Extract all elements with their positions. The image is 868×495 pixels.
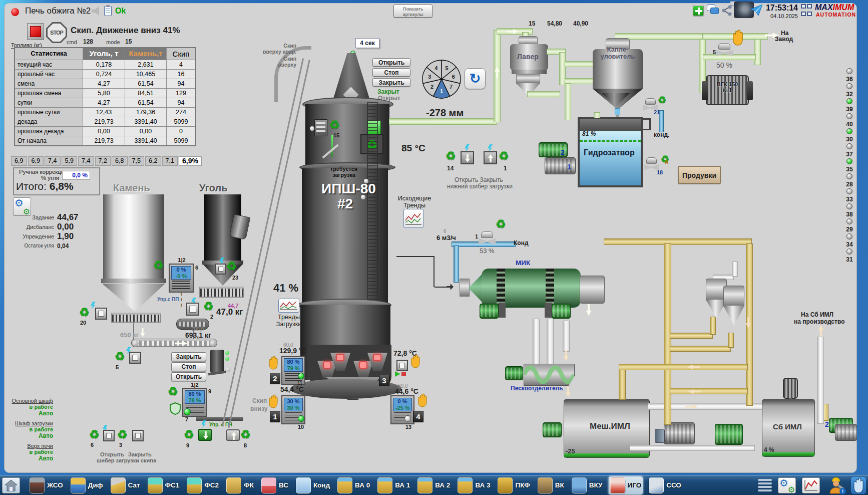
taskbar-item-ВК[interactable]: ВК [536, 476, 566, 494]
manual-hand-icon[interactable] [267, 394, 279, 409]
taskbar-item-Диф[interactable]: Диф [69, 476, 105, 494]
top-gate-stop-button[interactable]: Стоп [372, 68, 410, 77]
lower-gate-down-button[interactable] [461, 151, 474, 164]
gate-open-button[interactable]: Открыть [171, 372, 206, 381]
recycle-icon[interactable] [658, 95, 666, 105]
skip-up-button[interactable] [226, 429, 240, 441]
trends-button[interactable] [802, 477, 820, 493]
taskbar-item-ССО[interactable]: ССО [647, 476, 683, 494]
taskbar-item-ФК[interactable]: ФК [225, 476, 255, 494]
worker-icon[interactable]: i [825, 476, 847, 494]
correction-input[interactable]: 0,0 % [62, 171, 90, 180]
show-articles-button[interactable]: Показатьартикулы [393, 5, 432, 18]
position-wheel[interactable]: 5671234 [420, 57, 463, 101]
iml-pump-gray[interactable] [664, 422, 695, 444]
recycle-icon[interactable] [184, 429, 194, 440]
vfd-zone4[interactable]: 0 %-25 % [390, 395, 414, 424]
motor-2[interactable] [186, 303, 199, 316]
load-trends-button[interactable] [278, 299, 299, 313]
iml-pump-green[interactable] [715, 424, 743, 445]
journal-icon[interactable] [104, 6, 112, 16]
lower-gate-up-num: 1 [504, 165, 507, 172]
valve-18[interactable] [644, 157, 659, 170]
coal-feeder[interactable] [199, 287, 244, 298]
motor-23[interactable] [215, 264, 226, 275]
recycle-icon[interactable] [117, 429, 128, 440]
recycle-icon[interactable] [115, 351, 125, 362]
taskbar-item-ЖСО[interactable]: ЖСО [28, 476, 65, 494]
top-gate-open-button[interactable]: Открыть [372, 58, 410, 67]
col-skip: Скип [167, 48, 195, 60]
taskbar-item-Конд[interactable]: Конд [294, 476, 331, 494]
manual-hand-icon[interactable] [267, 355, 279, 370]
taskbar-item-Сат[interactable]: Сат [109, 476, 142, 494]
vfd-feed[interactable]: 0 %-0 % [169, 264, 194, 293]
top-gate-close-button[interactable]: Закрыть [372, 78, 410, 87]
taskbar-item-ПКФ[interactable]: ПКФ [496, 476, 531, 494]
recycle-icon[interactable] [499, 150, 509, 162]
sb-iml-motor[interactable] [783, 378, 798, 399]
manual-hand-icon[interactable] [731, 29, 745, 46]
taskbar-item-ВА 3[interactable]: ВА 3 [456, 476, 492, 494]
taskbar-item-ФС1[interactable]: ФС1 [146, 476, 181, 494]
recycle-icon[interactable] [153, 260, 164, 271]
taskbar-item-ВА 2[interactable]: ВА 2 [416, 476, 452, 494]
home-button[interactable] [2, 477, 20, 493]
stat-stone: 61,54 [125, 79, 166, 88]
emergency-stop-button[interactable] [27, 23, 44, 40]
recycle-icon[interactable] [240, 429, 251, 440]
recycle-icon[interactable] [496, 218, 506, 230]
motor-6[interactable] [103, 430, 115, 441]
chat-icon[interactable] [707, 5, 719, 16]
drum-slider-icon[interactable] [314, 119, 327, 136]
recycle-icon[interactable] [226, 261, 237, 272]
belt-conveyor[interactable] [131, 339, 217, 347]
sand-motor[interactable] [505, 366, 523, 380]
gate-stop-button[interactable]: Стоп [171, 362, 206, 371]
water-kond-label: Конд [514, 240, 529, 246]
water-valve-1[interactable] [479, 231, 496, 244]
recycle-icon[interactable] [203, 301, 214, 312]
recycle-icon[interactable] [79, 307, 90, 318]
add-icon[interactable] [693, 5, 704, 16]
mik-motor[interactable] [552, 304, 571, 319]
mik-motor[interactable] [480, 304, 499, 319]
refresh-button[interactable]: ↻ [465, 68, 486, 89]
motor-3[interactable] [132, 430, 144, 441]
valve-5[interactable] [716, 43, 733, 56]
manual-hand-icon[interactable] [409, 354, 421, 369]
taskbar-icon [498, 477, 513, 493]
recycle-icon[interactable] [329, 119, 340, 131]
taskbar-item-ВА 1[interactable]: ВА 1 [376, 476, 411, 494]
stop-sign[interactable]: STOP [46, 22, 67, 43]
taskbar-item-ВА 0[interactable]: ВА 0 [336, 476, 371, 494]
settings-button[interactable] [778, 477, 796, 493]
gate-close-button[interactable]: Закрыть [171, 352, 206, 361]
stone-feeder[interactable] [111, 313, 161, 323]
lower-gate-up-button[interactable] [484, 151, 497, 164]
sb-pump-gray[interactable] [835, 424, 857, 441]
skip-down-button[interactable] [198, 429, 212, 441]
taskbar-item-ИГО[interactable]: ИГО [609, 476, 643, 494]
out-trends-button[interactable] [403, 209, 423, 228]
taskbar-item-ВС[interactable]: ВС [260, 476, 290, 494]
recycle-icon[interactable] [89, 429, 100, 440]
col-coal[interactable]: Уголь, т [83, 48, 125, 60]
recycle-icon[interactable] [168, 386, 178, 397]
lower-gate-sub: нижний шибер загрузки [447, 183, 513, 190]
taskbar-item-ВКУ[interactable]: ВКУ [570, 476, 604, 494]
motor-5[interactable] [129, 352, 141, 364]
cmd-label: cmd [67, 39, 77, 45]
share-icon[interactable] [721, 5, 732, 16]
zone3-motor[interactable] [396, 360, 408, 371]
blowdown-button[interactable]: Продувки [678, 166, 721, 184]
motor-20[interactable] [95, 308, 107, 320]
stat-stone: 0,00 [125, 127, 166, 136]
recycle-icon[interactable] [446, 150, 456, 162]
col-stone[interactable]: Камень,т [125, 48, 166, 60]
menu-lines-icon[interactable] [758, 478, 773, 493]
taskbar-item-ФС2[interactable]: ФС2 [185, 476, 220, 494]
touch-hand-icon[interactable] [851, 477, 866, 494]
mesh-motor[interactable] [543, 422, 562, 437]
manual-hand-icon[interactable] [416, 393, 428, 408]
